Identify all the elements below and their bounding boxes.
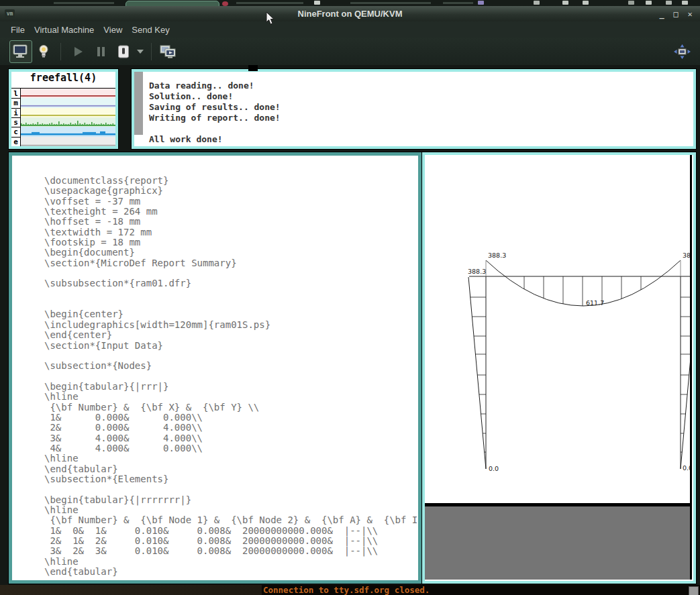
console-displays-icon (159, 44, 178, 60)
console-scrollbar[interactable] (134, 72, 143, 135)
menu-virtual-machine[interactable]: Virtual Machine (34, 25, 94, 35)
stats-row-m: m (11, 98, 115, 107)
stats-row-graph (21, 127, 115, 136)
toolbar (0, 38, 700, 65)
host-desktop-fragment (0, 585, 262, 595)
taskbar-icon[interactable] (646, 1, 652, 5)
resize-to-vm-icon (672, 43, 691, 60)
terminal-scrollbar-thumb[interactable] (689, 586, 699, 595)
window-titlebar[interactable]: vm NineFront on QEMU/KVM _ □ ✕ (0, 6, 700, 22)
show-hardware-details-button[interactable] (32, 40, 55, 63)
taskbar-icon[interactable] (628, 1, 634, 5)
moment-diagram-canvas: 388.3 388.3 611.7 388. 0.0 0.0 (425, 155, 690, 503)
screen-artifact (248, 65, 258, 71)
moment-diagram-svg: 388.3 388.3 611.7 388. 0.0 0.0 (425, 155, 690, 503)
console-window[interactable]: Data reading.. done! Solution.. done! Sa… (132, 69, 696, 149)
pause-icon (93, 44, 109, 60)
taskbar-active-window-button[interactable] (126, 1, 219, 6)
minimize-button[interactable]: _ (657, 9, 666, 19)
stats-row-label: e (11, 137, 21, 146)
moment-label-corner-left-top: 388.3 (488, 252, 506, 259)
host-terminal-strip[interactable]: Connection to tty.sdf.org closed. (0, 585, 700, 595)
stats-row-e: e (11, 137, 115, 146)
virtual-machine-display-icon (12, 44, 30, 60)
stats-rows: lmisce (11, 89, 115, 146)
moment-label-corner-left-side: 388.3 (468, 268, 486, 275)
taskbar-icon[interactable] (314, 1, 320, 5)
stats-row-graph (21, 108, 115, 117)
run-icon (70, 44, 86, 60)
taskbar-text-blob (443, 2, 473, 4)
stats-row-s: s (11, 117, 115, 127)
stats-window[interactable]: freefall(4) lmisce (9, 69, 118, 149)
moment-label-midspan: 611.7 (586, 299, 604, 307)
stats-row-i: i (11, 108, 115, 117)
taskbar-icon[interactable] (562, 1, 568, 5)
menu-file[interactable]: File (11, 25, 25, 35)
shutdown-menu-button[interactable] (135, 40, 146, 63)
moment-label-base-right: 0.0 (683, 464, 690, 472)
stats-row-graph (21, 89, 115, 98)
virtual-machine-display-button[interactable] (9, 40, 32, 63)
stats-row-c: c (11, 127, 115, 136)
stats-row-label: m (11, 98, 21, 107)
console-text: Data reading.. done! Solution.. done! Sa… (134, 72, 693, 145)
taskbar-text-blob (350, 2, 431, 4)
close-button[interactable]: ✕ (685, 9, 695, 19)
editor-window[interactable]: \documentclass{report} \usepackage{graph… (9, 152, 421, 584)
maximize-button[interactable]: □ (671, 9, 681, 19)
stats-row-label: i (11, 108, 21, 117)
stats-row-l: l (11, 89, 115, 98)
virtual-machine-console-button[interactable] (157, 40, 180, 63)
diagram-window[interactable]: 388.3 388.3 611.7 388. 0.0 0.0 (422, 152, 696, 584)
stats-row-graph (21, 137, 115, 146)
stats-row-label: c (11, 127, 21, 136)
terminal-status-text: Connection to tty.sdf.org closed. (263, 585, 430, 595)
toolbar-separator (60, 43, 61, 60)
taskbar-icon[interactable] (583, 1, 589, 5)
menu-view[interactable]: View (103, 25, 122, 35)
lightbulb-details-icon (36, 44, 51, 60)
moment-label-corner-right-top: 388. (683, 252, 690, 259)
stats-row-label: l (11, 89, 21, 98)
stats-row-label: s (11, 117, 21, 127)
taskbar-icon[interactable] (478, 1, 484, 5)
resize-to-vm-button[interactable] (670, 40, 693, 63)
taskbar-text-blob (236, 2, 303, 4)
run-button[interactable] (66, 40, 89, 63)
stats-row-graph (21, 98, 115, 107)
stats-row-graph (21, 117, 115, 127)
taskbar-icon[interactable] (534, 1, 540, 5)
shutdown-button[interactable] (112, 40, 135, 63)
window-title: NineFront on QEMU/KVM (0, 6, 700, 21)
diagram-inner: 388.3 388.3 611.7 388. 0.0 0.0 (425, 155, 692, 580)
mouse-cursor (266, 11, 275, 25)
pause-button[interactable] (89, 40, 112, 63)
editor-text[interactable]: \documentclass{report} \usepackage{graph… (12, 156, 418, 580)
stats-window-title: freefall(4) (11, 72, 115, 89)
menubar: FileVirtual MachineViewSend Key (0, 21, 700, 38)
diagram-bottom-panel (425, 506, 690, 580)
host-taskbar (0, 0, 700, 6)
vm-screen[interactable]: freefall(4) lmisce Data reading.. done! … (0, 65, 700, 585)
taskbar-icon[interactable] (666, 1, 672, 5)
toolbar-separator (151, 43, 152, 60)
shutdown-icon (115, 44, 132, 60)
taskbar-text-blob (54, 2, 114, 4)
taskbar-notification-dot-icon (222, 1, 228, 6)
moment-label-base-left: 0.0 (489, 465, 499, 472)
taskbar-icon[interactable] (682, 1, 688, 5)
chevron-down-icon (136, 49, 144, 54)
menu-send-key[interactable]: Send Key (132, 25, 169, 35)
